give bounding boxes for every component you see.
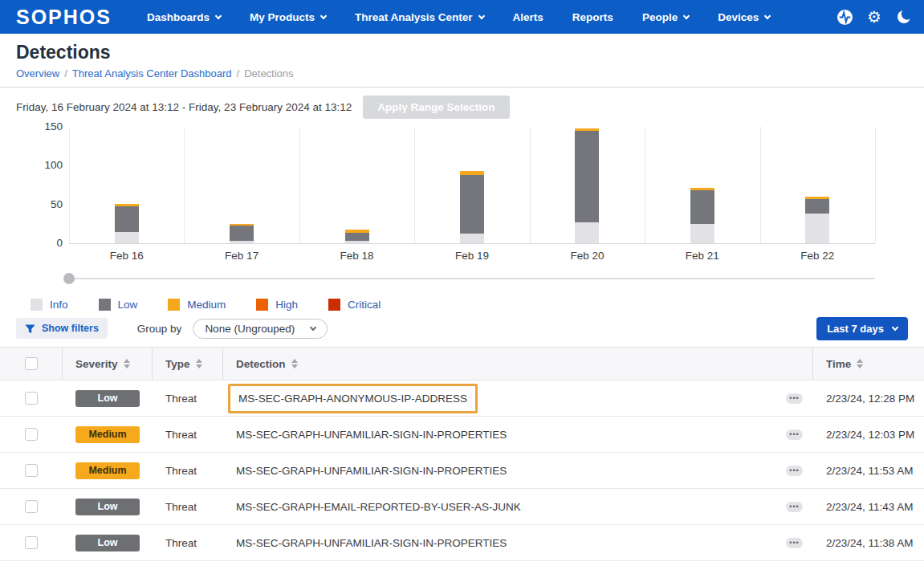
column-header-detection[interactable]: Detection (223, 348, 813, 380)
row-actions-ellipsis-button[interactable]: ••• (786, 393, 803, 404)
table-row: MediumThreatMS-SEC-GRAPH-UNFAMILIAR-SIGN… (0, 417, 924, 453)
time-cell: 2/23/24, 11:53 AM (813, 453, 924, 488)
sophos-logo: SOPHOS (16, 6, 112, 29)
nav-item-my-products[interactable]: My Products (235, 0, 340, 34)
legend-swatch (328, 299, 340, 311)
detection-name[interactable]: MS-SEC-GRAPH-UNFAMILIAR-SIGN-IN-PROPERTI… (236, 537, 507, 549)
nav-item-dashboards[interactable]: Dashboards (132, 0, 235, 34)
settings-gear-icon[interactable]: ⚙ (865, 8, 883, 26)
table-row: LowThreatMS-SEC-GRAPH-UNFAMILIAR-SIGN-IN… (0, 525, 924, 561)
breadcrumb-item[interactable]: Overview (16, 67, 59, 79)
detection-cell: MS-SEC-GRAPH-UNFAMILIAR-SIGN-IN-PROPERTI… (223, 525, 813, 560)
page-title: Detections (16, 42, 908, 63)
detection-name-highlighted[interactable]: MS-SEC-GRAPH-ANONYMOUS-IP-ADDRESS (228, 384, 478, 413)
legend-item-info[interactable]: Info (31, 299, 68, 311)
bar-segment-info (115, 232, 139, 244)
group-by-dropdown[interactable]: None (Ungrouped) (193, 319, 328, 339)
sort-icon[interactable] (291, 359, 298, 368)
bar-segment-info (805, 214, 829, 243)
sort-icon[interactable] (124, 359, 130, 368)
chart-gridline (760, 127, 761, 243)
row-checkbox[interactable] (25, 536, 38, 549)
select-all-checkbox[interactable] (25, 357, 38, 370)
sort-icon[interactable] (196, 359, 202, 368)
row-checkbox-cell (0, 417, 63, 452)
group-by-label: Group by (137, 323, 182, 335)
apply-range-selection-button[interactable]: Apply Range Selection (363, 96, 509, 119)
time-range-dropdown-button[interactable]: Last 7 days (816, 317, 908, 340)
type-cell: Threat (153, 453, 223, 488)
show-filters-button[interactable]: Show filters (16, 318, 108, 339)
detections-table: Severity Type Detection Time LowThreatMS… (0, 347, 924, 561)
bar-feb-16[interactable] (115, 204, 139, 243)
severity-cell: Medium (63, 453, 153, 488)
detections-chart: InfoLowMediumHighCritical 050100150Feb 1… (0, 120, 924, 313)
y-axis-tick-label: 0 (6, 237, 63, 249)
bar-segment-info (575, 222, 599, 243)
time-cell: 2/23/24, 12:28 PM (813, 381, 924, 416)
legend-label: Info (50, 299, 68, 311)
column-header-severity[interactable]: Severity (63, 348, 153, 380)
legend-item-high[interactable]: High (256, 299, 298, 311)
nav-right-icons: ⚙ (836, 8, 913, 26)
bar-feb-18[interactable] (345, 230, 369, 243)
row-checkbox[interactable] (25, 428, 38, 441)
dark-mode-moon-icon[interactable] (895, 8, 913, 26)
breadcrumb: Overview/Threat Analysis Center Dashboar… (16, 67, 908, 79)
severity-badge: Low (75, 535, 140, 551)
y-axis-tick-label: 150 (6, 120, 63, 132)
nav-item-threat-analysis-center[interactable]: Threat Analysis Center (340, 0, 499, 34)
chevron-down-icon (215, 12, 222, 18)
date-range-text: Friday, 16 February 2024 at 13:12 - Frid… (16, 101, 352, 113)
chart-range-slider-handle[interactable] (63, 273, 75, 284)
bar-feb-17[interactable] (230, 224, 254, 243)
row-actions-ellipsis-button[interactable]: ••• (786, 502, 803, 512)
chart-plot-area (69, 127, 875, 243)
filter-funnel-icon (25, 324, 35, 334)
row-actions-ellipsis-button[interactable]: ••• (786, 429, 803, 440)
nav-item-alerts[interactable]: Alerts (499, 0, 558, 34)
chart-gridline (299, 127, 300, 243)
legend-swatch (168, 299, 180, 311)
breadcrumb-item[interactable]: Threat Analysis Center Dashboard (72, 67, 232, 79)
legend-swatch (99, 299, 111, 311)
column-header-type[interactable]: Type (153, 348, 223, 380)
row-checkbox[interactable] (25, 464, 38, 477)
legend-item-critical[interactable]: Critical (328, 299, 381, 311)
breadcrumb-separator: / (237, 67, 240, 79)
sort-icon[interactable] (857, 359, 863, 368)
nav-item-label: My Products (250, 11, 315, 23)
row-checkbox[interactable] (25, 392, 38, 405)
row-actions-ellipsis-button[interactable]: ••• (786, 466, 803, 476)
bar-feb-20[interactable] (575, 128, 599, 243)
bar-feb-22[interactable] (805, 197, 829, 243)
breadcrumb-item: Detections (244, 67, 293, 79)
bar-feb-19[interactable] (460, 171, 484, 243)
detection-name[interactable]: MS-SEC-GRAPH-UNFAMILIAR-SIGN-IN-PROPERTI… (236, 465, 507, 477)
column-header-time[interactable]: Time (813, 348, 924, 380)
type-cell: Threat (153, 489, 223, 524)
table-row: MediumThreatMS-SEC-GRAPH-UNFAMILIAR-SIGN… (0, 453, 924, 489)
activity-icon[interactable] (836, 8, 853, 26)
legend-label: High (275, 299, 298, 311)
detection-name[interactable]: MS-SEC-GRAPH-UNFAMILIAR-SIGN-IN-PROPERTI… (236, 429, 507, 441)
bar-segment-low (805, 199, 829, 214)
nav-item-reports[interactable]: Reports (558, 0, 628, 34)
x-axis-tick-label: Feb 18 (299, 250, 414, 262)
chart-range-slider-track[interactable] (69, 278, 875, 279)
row-checkbox[interactable] (25, 500, 38, 513)
y-axis-tick-label: 50 (6, 198, 63, 210)
nav-item-people[interactable]: People (628, 0, 703, 34)
chevron-down-icon (892, 324, 898, 330)
legend-item-medium[interactable]: Medium (168, 299, 226, 311)
nav-item-label: Alerts (513, 11, 543, 23)
legend-item-low[interactable]: Low (99, 299, 138, 311)
x-axis-tick-label: Feb 21 (645, 250, 759, 262)
detection-name[interactable]: MS-SEC-GRAPH-EMAIL-REPORTED-BY-USER-AS-J… (236, 501, 521, 513)
chevron-down-icon (478, 12, 484, 18)
row-checkbox-cell (0, 489, 63, 524)
legend-swatch (256, 299, 268, 311)
row-actions-ellipsis-button[interactable]: ••• (786, 538, 803, 548)
nav-item-devices[interactable]: Devices (703, 0, 784, 34)
bar-feb-21[interactable] (690, 188, 714, 243)
